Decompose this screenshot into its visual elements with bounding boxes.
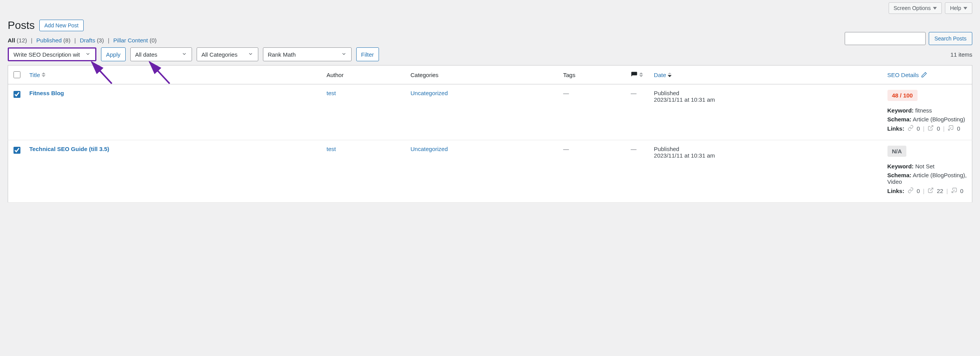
- seo-keyword: Keyword: fitness: [887, 107, 968, 114]
- post-tags: —: [563, 90, 569, 96]
- sort-icon: [639, 72, 643, 77]
- post-status-filters: All (12) | Published (8) | Drafts (3) | …: [8, 37, 972, 44]
- filter-button[interactable]: Filter: [356, 47, 379, 61]
- svg-line-4: [930, 188, 933, 191]
- post-comments: —: [631, 146, 636, 152]
- seo-schema: Schema: Article (BlogPosting), Video: [887, 172, 968, 185]
- post-category-link[interactable]: Uncategorized: [411, 90, 448, 96]
- post-title-link[interactable]: Fitness Blog: [29, 90, 64, 96]
- chevron-down-icon: [248, 51, 253, 58]
- post-date-value: 2023/11/11 at 10:31 am: [654, 96, 879, 103]
- post-author-link[interactable]: test: [327, 90, 336, 96]
- column-seo-details[interactable]: SEO Details: [884, 65, 972, 84]
- chevron-down-icon: [85, 51, 91, 58]
- category-filter-select[interactable]: All Categories: [197, 47, 258, 61]
- pencil-icon: [921, 72, 927, 78]
- post-date-status: Published: [654, 90, 879, 96]
- bulk-action-select[interactable]: Write SEO Description wit: [8, 47, 96, 61]
- help-button[interactable]: Help: [945, 2, 972, 14]
- chevron-down-icon: [963, 7, 967, 10]
- seo-score-badge[interactable]: 48 / 100: [887, 90, 918, 101]
- svg-line-2: [930, 126, 933, 128]
- incoming-link-icon: [951, 187, 957, 195]
- bulk-action-value: Write SEO Description wit: [13, 51, 80, 58]
- external-link-icon: [928, 125, 934, 132]
- incoming-link-icon: [948, 125, 954, 132]
- column-tags: Tags: [559, 65, 627, 84]
- rankmath-filter-select[interactable]: Rank Math: [263, 47, 352, 61]
- help-label: Help: [950, 5, 961, 11]
- column-author: Author: [323, 65, 407, 84]
- filter-drafts[interactable]: Drafts (3): [80, 37, 106, 44]
- column-date[interactable]: Date: [650, 65, 883, 84]
- chevron-down-icon: [341, 51, 347, 58]
- table-row: Technical SEO Guide (till 3.5) test Unca…: [8, 140, 972, 203]
- date-filter-select[interactable]: All dates: [130, 47, 192, 61]
- search-input[interactable]: [845, 32, 926, 45]
- seo-schema: Schema: Article (BlogPosting): [887, 116, 968, 123]
- seo-keyword: Keyword: Not Set: [887, 163, 968, 170]
- chevron-down-icon: [933, 7, 937, 10]
- post-comments: —: [631, 90, 636, 96]
- link-icon: [908, 187, 914, 195]
- add-new-post-button[interactable]: Add New Post: [39, 20, 84, 31]
- column-comments[interactable]: [627, 65, 650, 84]
- search-posts-button[interactable]: Search Posts: [929, 32, 972, 45]
- link-icon: [908, 125, 914, 132]
- post-author-link[interactable]: test: [327, 146, 336, 152]
- external-link-icon: [928, 187, 934, 195]
- sort-icon: [42, 72, 45, 77]
- seo-score-badge[interactable]: N/A: [887, 146, 907, 157]
- posts-table: Title Author Categories Tags: [8, 65, 972, 203]
- page-title: Posts: [8, 19, 35, 32]
- row-checkbox[interactable]: [13, 147, 20, 154]
- seo-links: Links: 0 | 22 | 0: [887, 187, 968, 195]
- column-title[interactable]: Title: [25, 65, 323, 84]
- post-title-link[interactable]: Technical SEO Guide (till 3.5): [29, 146, 109, 152]
- post-date-status: Published: [654, 146, 879, 152]
- apply-button[interactable]: Apply: [101, 47, 126, 61]
- post-date-value: 2023/11/11 at 10:31 am: [654, 152, 879, 159]
- sort-icon: [668, 72, 672, 77]
- row-checkbox[interactable]: [13, 91, 20, 98]
- seo-links: Links: 0 | 0 | 0: [887, 125, 968, 132]
- screen-options-label: Screen Options: [894, 5, 931, 11]
- table-row: Fitness Blog test Uncategorized — — Publ…: [8, 84, 972, 140]
- comments-icon: [631, 71, 638, 78]
- filter-published[interactable]: Published (8): [36, 37, 72, 44]
- screen-options-button[interactable]: Screen Options: [889, 2, 942, 14]
- select-all-checkbox[interactable]: [13, 71, 20, 78]
- column-categories: Categories: [407, 65, 559, 84]
- filter-all[interactable]: All (12): [8, 37, 29, 44]
- items-count: 11 items: [950, 51, 972, 58]
- chevron-down-icon: [182, 51, 187, 58]
- svg-line-3: [948, 128, 951, 130]
- post-tags: —: [563, 146, 569, 152]
- svg-line-5: [952, 190, 955, 193]
- filter-pillar[interactable]: Pillar Content (0): [113, 37, 157, 44]
- post-category-link[interactable]: Uncategorized: [411, 146, 448, 152]
